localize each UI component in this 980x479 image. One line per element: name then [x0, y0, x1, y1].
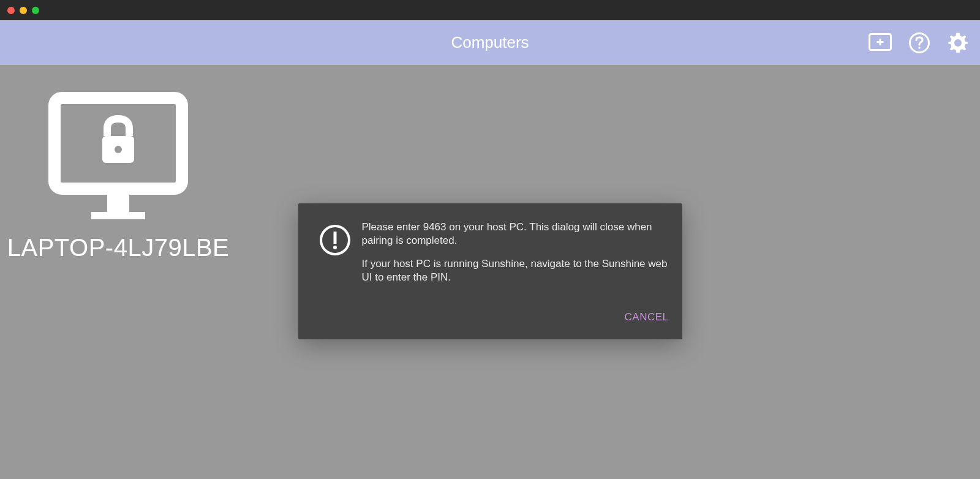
- alert-icon: [319, 224, 351, 258]
- pairing-dialog: Please enter 9463 on your host PC. This …: [298, 203, 682, 339]
- dialog-message: Please enter 9463 on your host PC. This …: [362, 221, 670, 284]
- page-title: Computers: [451, 33, 529, 52]
- add-pc-icon: [869, 33, 892, 53]
- svg-point-4: [918, 47, 921, 49]
- settings-button[interactable]: [947, 32, 969, 54]
- locked-monitor-icon: [48, 92, 188, 219]
- toolbar-actions: [869, 32, 969, 54]
- dialog-actions: CANCEL: [311, 306, 670, 328]
- dialog-body: Please enter 9463 on your host PC. This …: [311, 221, 670, 284]
- dialog-message-line-1: Please enter 9463 on your host PC. This …: [362, 221, 670, 247]
- add-pc-button[interactable]: [869, 33, 892, 53]
- help-button[interactable]: [909, 32, 930, 53]
- minimize-window-button[interactable]: [20, 7, 27, 14]
- svg-rect-7: [107, 189, 129, 212]
- svg-rect-12: [333, 232, 336, 244]
- computer-name-label: LAPTOP-4LJ79LBE: [7, 232, 230, 263]
- app-toolbar: Computers: [0, 20, 980, 65]
- dialog-message-line-2: If your host PC is running Sunshine, nav…: [362, 257, 670, 284]
- gear-icon: [947, 32, 969, 54]
- svg-point-10: [115, 146, 122, 153]
- window-titlebar: [0, 0, 980, 20]
- svg-rect-8: [91, 212, 145, 219]
- cancel-button[interactable]: CANCEL: [624, 306, 670, 328]
- computer-item[interactable]: LAPTOP-4LJ79LBE: [5, 92, 232, 263]
- help-icon: [909, 32, 930, 53]
- maximize-window-button[interactable]: [32, 7, 39, 14]
- close-window-button[interactable]: [7, 7, 15, 14]
- svg-point-5: [954, 39, 962, 47]
- svg-point-13: [333, 246, 337, 249]
